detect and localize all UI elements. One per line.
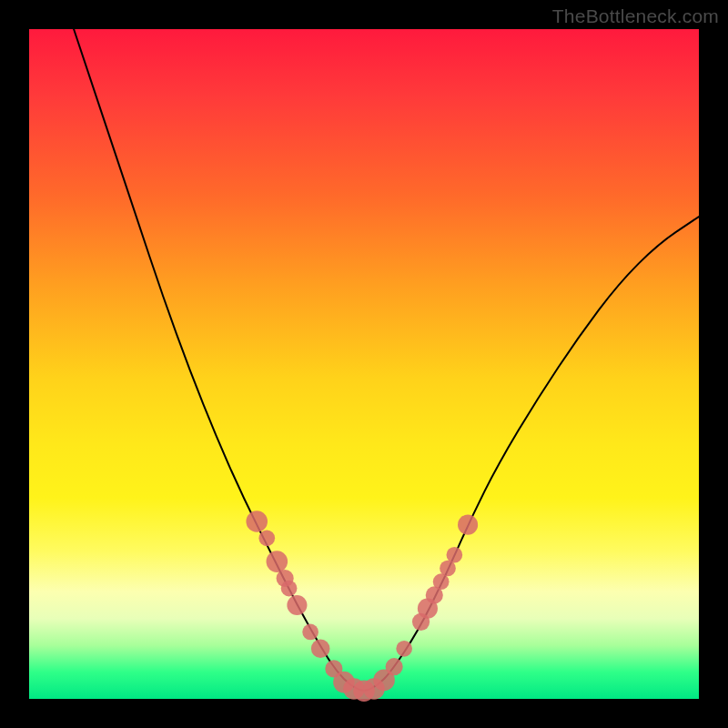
plot-area	[29, 29, 699, 699]
curve-marker	[447, 547, 463, 563]
bottleneck-curve	[29, 0, 699, 691]
chart-frame: TheBottleneck.com	[0, 0, 728, 728]
curve-marker	[311, 639, 330, 658]
curve-markers	[246, 511, 478, 702]
curve-marker	[246, 511, 268, 532]
curve-marker	[396, 641, 412, 657]
watermark-text: TheBottleneck.com	[552, 5, 719, 27]
curve-marker	[287, 595, 307, 615]
curve-marker	[281, 581, 298, 597]
chart-svg	[29, 29, 699, 699]
curve-marker	[386, 658, 403, 675]
curve-marker	[258, 531, 275, 547]
curve-marker	[267, 551, 288, 572]
curve-marker	[302, 624, 318, 641]
curve-marker	[458, 515, 478, 535]
